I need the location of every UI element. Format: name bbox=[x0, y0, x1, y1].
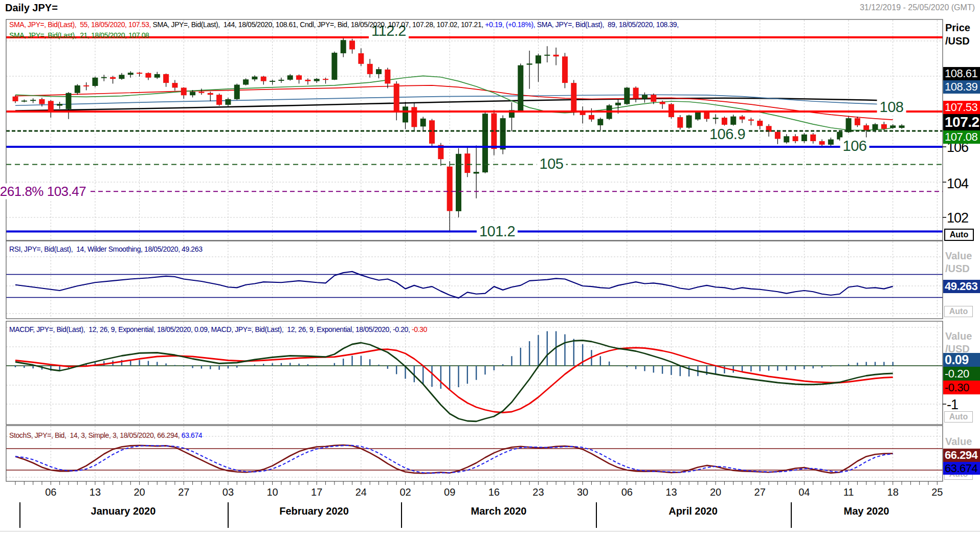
level-annotation: 261.8% 103.47 bbox=[0, 184, 88, 199]
legend-segment: +0.19, (+0.18%), bbox=[485, 20, 537, 29]
legend-stoch: StochS, JPY=, Bid, 14, 3, Simple, 3, 18/… bbox=[9, 431, 202, 439]
date-tick-label: 23 bbox=[528, 486, 548, 498]
month-separator bbox=[19, 502, 20, 528]
date-tick-label: 06 bbox=[617, 486, 637, 498]
legend-segment: SMA, JPY=, Bid(Last), 21, 18/05/2020, 10… bbox=[9, 31, 149, 39]
month-label: May 2020 bbox=[805, 505, 928, 517]
level-annotation: 106.9 bbox=[707, 125, 748, 142]
badge-sma89: 108.39 bbox=[943, 80, 980, 94]
legend-segment: SMA, JPY=, Bid(Last), 55, 18/05/2020, 10… bbox=[9, 20, 152, 29]
legend-segment: RSI, JPY=, Bid(Last), 14, Wilder Smoothi… bbox=[9, 245, 203, 253]
date-tick-label: 18 bbox=[883, 486, 903, 498]
chart-plot-area[interactable] bbox=[0, 0, 980, 533]
date-tick-label: 20 bbox=[129, 486, 150, 498]
macd-axis-unit-line1: Value bbox=[945, 330, 972, 342]
date-tick-label: 24 bbox=[351, 486, 371, 498]
date-tick-label: 27 bbox=[750, 486, 770, 498]
badge-sma21: 107.08 bbox=[943, 130, 980, 144]
price-tick-102: 102 bbox=[947, 210, 968, 226]
chart-window: Daily JPY= 31/12/2019 - 25/05/2020 (GMT)… bbox=[0, 0, 980, 533]
month-label: February 2020 bbox=[253, 505, 375, 517]
badge-macd-line: -0.20 bbox=[943, 367, 980, 381]
date-tick-label: 20 bbox=[705, 486, 726, 498]
badge-last-price: 107.21 bbox=[943, 114, 980, 130]
stoch-axis-unit: Value bbox=[945, 435, 972, 448]
month-separator bbox=[401, 502, 402, 528]
legend-segment: -0.30 bbox=[412, 325, 427, 334]
legend-rsi: RSI, JPY=, Bid(Last), 14, Wilder Smoothi… bbox=[9, 245, 203, 253]
legend-segment: MACDF, JPY=, Bid(Last), 12, 26, 9, Expon… bbox=[9, 325, 412, 334]
date-tick-label: 25 bbox=[927, 486, 947, 498]
auto-scale-button-rsi[interactable]: Auto bbox=[944, 306, 973, 317]
legend-segment: StochS, JPY=, Bid, 14, 3, Simple, 3, 18/… bbox=[9, 431, 182, 439]
price-axis-unit-line2: /USD bbox=[945, 35, 970, 47]
date-tick-label: 16 bbox=[484, 486, 504, 498]
macd-tick-minus1: -1 bbox=[947, 397, 958, 413]
date-tick-label: 13 bbox=[85, 486, 105, 498]
date-tick-label: 04 bbox=[794, 486, 814, 498]
legend-segment: SMA, JPY=, Bid(Last), 144, 18/05/2020, 1… bbox=[152, 20, 485, 29]
date-tick-label: 13 bbox=[661, 486, 681, 498]
price-tick-104: 104 bbox=[947, 176, 968, 192]
legend-main-row1: SMA, JPY=, Bid(Last), 55, 18/05/2020, 10… bbox=[9, 20, 680, 29]
month-label: January 2020 bbox=[62, 505, 185, 517]
badge-rsi: 49.263 bbox=[943, 280, 980, 293]
auto-scale-button-price[interactable]: Auto bbox=[944, 229, 974, 241]
rsi-axis-unit-line1: Value bbox=[945, 250, 972, 262]
month-separator bbox=[791, 502, 792, 528]
date-range-label: 31/12/2019 - 25/05/2020 (GMT) bbox=[860, 3, 975, 12]
date-tick-label: 10 bbox=[262, 486, 283, 498]
level-annotation: 105 bbox=[537, 155, 566, 172]
legend-main-row2: SMA, JPY=, Bid(Last), 21, 18/05/2020, 10… bbox=[9, 31, 149, 39]
legend-macd: MACDF, JPY=, Bid(Last), 12, 26, 9, Expon… bbox=[9, 325, 427, 334]
date-tick-label: 27 bbox=[173, 486, 194, 498]
price-axis-unit-line1: Price bbox=[945, 21, 970, 34]
date-tick-label: 06 bbox=[40, 486, 61, 498]
legend-segment: SMA, JPY=, Bid(Last), 89, 18/05/2020, 10… bbox=[537, 20, 680, 29]
month-label: April 2020 bbox=[632, 505, 754, 517]
badge-sma55: 107.53 bbox=[943, 101, 980, 114]
month-label: March 2020 bbox=[437, 505, 560, 517]
date-tick-label: 03 bbox=[218, 486, 238, 498]
date-tick-label: 02 bbox=[395, 486, 416, 498]
rsi-axis-unit-line2: /USD bbox=[945, 262, 970, 275]
auto-scale-button-macd[interactable]: Auto bbox=[944, 411, 973, 423]
page-title: Daily JPY= bbox=[5, 2, 58, 14]
level-annotation: 106 bbox=[840, 138, 870, 154]
badge-stoch-k: 66.294 bbox=[943, 449, 980, 462]
legend-segment: 63.674 bbox=[182, 431, 202, 439]
badge-macd-hist: 0.09 bbox=[943, 353, 980, 367]
month-separator bbox=[228, 502, 229, 528]
date-tick-label: 30 bbox=[572, 486, 593, 498]
date-tick-label: 09 bbox=[439, 486, 460, 498]
month-separator bbox=[596, 502, 597, 528]
badge-macd-signal: -0.30 bbox=[943, 381, 980, 394]
badge-stoch-d: 63.674 bbox=[943, 462, 980, 475]
badge-sma144: 108.61 bbox=[943, 67, 980, 80]
date-tick-label: 11 bbox=[838, 486, 859, 498]
level-annotation: 101.2 bbox=[477, 223, 518, 239]
level-annotation: 108 bbox=[877, 99, 906, 116]
date-tick-label: 17 bbox=[306, 486, 327, 498]
